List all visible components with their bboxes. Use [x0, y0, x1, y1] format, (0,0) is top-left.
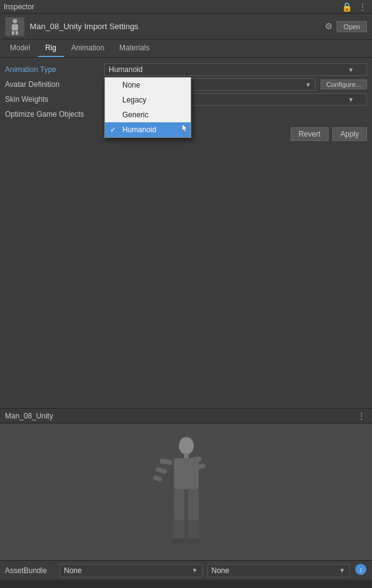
menu-item-none-label: None [122, 81, 140, 89]
menu-item-legacy[interactable]: Legacy [105, 93, 191, 107]
svg-rect-10 [188, 456, 202, 463]
svg-rect-15 [188, 520, 199, 539]
inspector-title: Inspector [4, 2, 34, 11]
assetbundle-left-arrow: ▼ [192, 567, 198, 574]
object-row-left: Man_08_Unity Import Settings [5, 17, 138, 37]
avatar-dropdown-arrow: ▼ [305, 81, 311, 88]
skin-weights-label: Skin Weights [5, 95, 104, 104]
assetbundle-row: AssetBundle None ▼ None ▼ ↕ [0, 560, 372, 580]
optimize-game-objects-label: Optimize Game Objects [5, 110, 104, 119]
assetbundle-right-arrow: ▼ [339, 567, 345, 574]
tab-rig[interactable]: Rig [38, 40, 64, 57]
svg-point-0 [13, 19, 17, 23]
svg-rect-7 [159, 458, 172, 465]
tab-animation[interactable]: Animation [64, 40, 112, 57]
menu-item-legacy-label: Legacy [122, 96, 147, 104]
animation-type-dropdown-wrapper: Humanoid ▼ None Legacy Generic ✓ Humanoi… [104, 63, 367, 76]
menu-item-humanoid[interactable]: ✓ Humanoid [105, 122, 191, 137]
settings-icon[interactable]: ⚙ [324, 21, 334, 32]
animation-type-row: Animation Type Humanoid ▼ None Legacy Ge… [0, 63, 372, 76]
svg-rect-14 [188, 489, 199, 520]
open-button[interactable]: Open [337, 21, 367, 32]
avatar-definition-label: Avatar Definition [5, 80, 104, 89]
preview-content [0, 423, 372, 560]
inspector-header: Inspector 🔒 ⋮ [0, 0, 372, 14]
tab-materials[interactable]: Materials [112, 40, 157, 57]
dropdown-arrow-icon: ▼ [348, 66, 354, 73]
svg-text:↕: ↕ [359, 566, 363, 573]
svg-point-4 [179, 437, 194, 455]
model-preview [149, 435, 224, 550]
tab-model[interactable]: Model [2, 40, 38, 57]
tabs-bar: Model Rig Animation Materials [0, 40, 372, 58]
lock-icon[interactable]: 🔒 [340, 2, 353, 12]
empty-area [0, 151, 372, 356]
more-icon[interactable]: ⋮ [357, 2, 368, 12]
menu-item-none[interactable]: None [105, 78, 191, 93]
assetbundle-left-dropdown[interactable]: None ▼ [60, 564, 202, 577]
svg-rect-8 [155, 467, 167, 474]
svg-rect-9 [152, 475, 161, 482]
animation-type-value: Humanoid [109, 65, 143, 74]
svg-point-16 [171, 538, 186, 545]
svg-rect-12 [174, 489, 184, 520]
object-name: Man_08_Unity Import Settings [30, 22, 138, 31]
animation-type-menu: None Legacy Generic ✓ Humanoid [104, 77, 191, 138]
object-row: Man_08_Unity Import Settings ⚙ Open [0, 14, 372, 40]
svg-rect-13 [174, 520, 184, 539]
preview-menu-icon[interactable]: ⋮ [356, 411, 367, 421]
preview-panel: Man_08_Unity ⋮ [0, 408, 372, 588]
menu-item-generic-label: Generic [122, 111, 148, 119]
assetbundle-label: AssetBundle [5, 566, 55, 575]
svg-point-17 [186, 538, 201, 545]
assetbundle-right-value: None [212, 566, 230, 575]
preview-title: Man_08_Unity [5, 412, 53, 420]
check-icon: ✓ [110, 125, 116, 134]
menu-item-humanoid-label: Humanoid [122, 125, 157, 134]
assetbundle-left-value: None [64, 566, 82, 575]
content-area: Animation Type Humanoid ▼ None Legacy Ge… [0, 58, 372, 151]
inspector-header-left: Inspector [4, 2, 34, 11]
svg-rect-6 [174, 458, 199, 489]
skin-weights-arrow-icon: ▼ [348, 96, 354, 103]
assetbundle-icon-area: ↕ [355, 563, 367, 577]
svg-rect-1 [12, 24, 18, 30]
svg-rect-5 [184, 453, 189, 458]
object-row-right: ⚙ Open [324, 21, 367, 32]
assetbundle-right-dropdown[interactable]: None ▼ [207, 564, 350, 577]
object-icon [5, 17, 25, 37]
assetbundle-icon: ↕ [355, 563, 367, 576]
preview-header: Man_08_Unity ⋮ [0, 409, 372, 423]
animation-type-dropdown[interactable]: Humanoid ▼ [104, 63, 367, 76]
animation-type-label: Animation Type [5, 65, 104, 74]
inspector-header-icons: 🔒 ⋮ [340, 2, 368, 12]
svg-rect-3 [16, 31, 18, 35]
apply-button[interactable]: Apply [332, 127, 367, 141]
svg-rect-2 [12, 31, 14, 35]
revert-button[interactable]: Revert [291, 127, 329, 141]
configure-button[interactable]: Configure... [320, 79, 367, 89]
menu-item-generic[interactable]: Generic [105, 107, 191, 122]
